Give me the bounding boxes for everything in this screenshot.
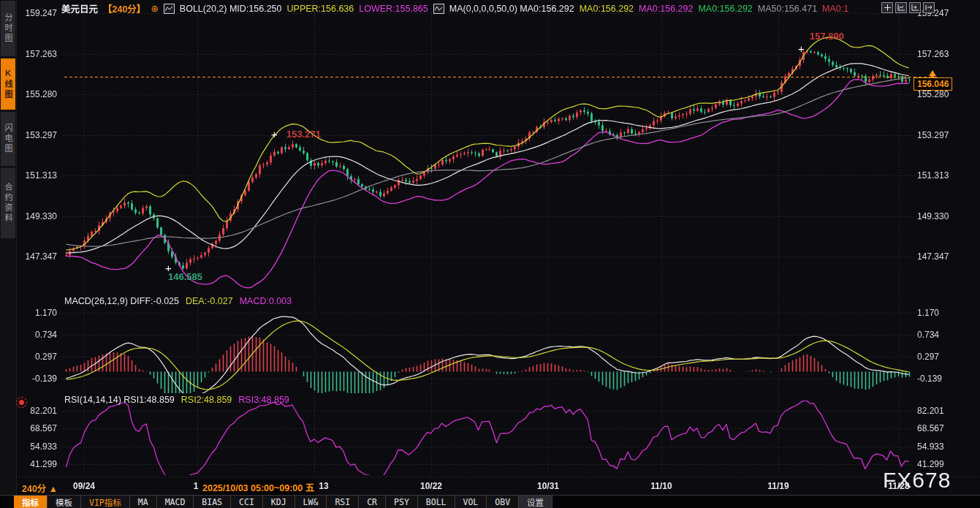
macd-header: MACD(26,12,9) DIFF:-0.025 DEA:-0.027 MAC… — [64, 296, 292, 306]
axis-scale-icon[interactable] — [895, 2, 907, 13]
price-extreme-annotation: 157.890 — [810, 31, 844, 42]
rsi-header: RSI(14,14,14) RSI1:48.859 RSI2:48.859 RS… — [64, 395, 289, 405]
macd-tick-label: 1.170 — [917, 308, 939, 318]
macd-tick-label: 0.734 — [12, 330, 57, 340]
macd-tick-label: 0.734 — [917, 330, 939, 340]
rsi-tick-label: 68.567 — [917, 423, 944, 433]
toolbar-item-8[interactable]: LW& — [295, 496, 327, 508]
macd-dea-value: DEA:-0.027 — [186, 296, 233, 306]
ma-green-value: MA0:156.292 — [698, 4, 752, 14]
chart-tools — [881, 2, 935, 13]
ma-indicator-icon — [433, 4, 444, 14]
price-tick-label: 151.313 — [917, 170, 949, 181]
price-tick-label: 147.347 — [917, 251, 949, 262]
price-tick-label: 153.297 — [917, 130, 949, 140]
price-tick-label: 157.263 — [917, 49, 949, 59]
period-label: 【240分】 — [103, 1, 145, 15]
x-axis-label: 13 — [319, 481, 328, 491]
ma-value: MA(0,0,0,0,50,0) MA0:156.292 — [449, 4, 574, 14]
ma-magenta-value: MA0:156.292 — [639, 4, 693, 14]
toolbar-item-3[interactable]: MA — [130, 496, 157, 508]
rsi-tick-label: 54.933 — [917, 441, 944, 452]
toolbar-item-7[interactable]: KDJ — [263, 496, 295, 508]
x-axis-label: 1 — [194, 481, 199, 491]
rsi2-value: RSI2:48.859 — [181, 395, 232, 405]
price-extreme-annotation: 153.271 — [286, 129, 321, 140]
extreme-cross-marker: + — [165, 265, 172, 272]
price-tick-label: 153.297 — [12, 130, 57, 140]
toolbar-item-9[interactable]: RSI — [327, 496, 359, 508]
toolbar-item-2[interactable]: VIP指标 — [81, 496, 130, 508]
extreme-cross-marker: + — [271, 131, 278, 138]
toolbar-item-6[interactable]: CCI — [231, 496, 263, 508]
toolbar-item-0[interactable]: 指标 — [14, 496, 48, 508]
price-tick-label: 149.330 — [917, 211, 949, 221]
timeframe-label[interactable]: 240分 ▲ — [22, 481, 58, 495]
boll-indicator-icon — [164, 4, 175, 14]
x-axis-label: 09/24 — [73, 481, 95, 491]
indicator-toolbar: 指标模板VIP指标MAMACDBIASCCIKDJLW&RSICRPSYBOLL… — [0, 495, 980, 508]
boll-lower-value: LOWER:155.865 — [359, 4, 428, 14]
recording-indicator-icon — [16, 397, 27, 408]
x-axis-label: 10/22 — [420, 481, 442, 491]
extreme-cross-marker: + — [798, 45, 805, 53]
price-tick-label: 157.263 — [12, 49, 57, 59]
rsi3-value: RSI3:48.859 — [238, 395, 289, 405]
macd-tick-label: 0.297 — [917, 352, 939, 362]
trading-app: 美元日元 【240分】 ⊕ BOLL(20,2) MID:156.250 UPP… — [0, 0, 980, 508]
x-axis-label: 10/31 — [537, 481, 559, 491]
ma-yellow-value: MA0:156.292 — [580, 4, 634, 14]
macd-tick-label: 1.170 — [12, 308, 57, 318]
price-tick-label: 149.330 — [12, 211, 57, 221]
axis-pan-icon[interactable] — [909, 2, 921, 13]
toolbar-item-4[interactable]: MACD — [157, 496, 194, 508]
macd-tick-label: 0.297 — [12, 352, 57, 362]
toolbar-item-12[interactable]: BOLL — [418, 496, 455, 508]
indicator-header: 美元日元 【240分】 ⊕ BOLL(20,2) MID:156.250 UPP… — [61, 2, 848, 15]
x-axis-label: 11/10 — [650, 481, 672, 491]
toolbar-item-15[interactable]: 设置 — [519, 496, 552, 508]
toolbar-item-10[interactable]: CR — [359, 496, 386, 508]
crosshair-date-tooltip: 2025/10/03 05:00~09:00 五 — [200, 479, 316, 495]
macd-diff-value: MACD(26,12,9) DIFF:-0.025 — [64, 296, 179, 306]
ma50-value: MA50:156.471 — [758, 4, 817, 14]
toolbar-item-13[interactable]: VOL — [455, 496, 487, 508]
chart-canvas[interactable] — [0, 0, 980, 508]
toolbar-item-14[interactable]: OBV — [487, 496, 519, 508]
fx678-watermark: FX678 — [883, 468, 951, 493]
macd-value: MACD:0.003 — [240, 296, 292, 306]
symbol-name: 美元日元 — [61, 1, 98, 15]
rsi-tick-label: 54.933 — [12, 441, 57, 452]
crosshair-icon[interactable] — [881, 2, 893, 13]
macd-tick-label: -0.139 — [917, 374, 942, 384]
toolbar-item-1[interactable]: 模板 — [48, 496, 81, 508]
price-tick-label: 159.247 — [12, 8, 57, 18]
current-price-tag: 156.046 — [913, 77, 952, 91]
price-tick-label: 147.347 — [12, 251, 57, 262]
boll-value: BOLL(20,2) MID:156.250 — [180, 4, 282, 14]
boll-upper-value: UPPER:156.636 — [287, 4, 354, 14]
price-tick-label: 155.280 — [12, 89, 57, 99]
export-icon[interactable] — [923, 2, 935, 13]
macd-tick-label: -0.139 — [12, 374, 57, 384]
rsi1-value: RSI(14,14,14) RSI1:48.859 — [64, 395, 175, 405]
price-tick-label: 155.280 — [917, 89, 949, 99]
ma-red-value: MA0:1 — [822, 4, 848, 14]
toolbar-item-5[interactable]: BIAS — [194, 496, 231, 508]
price-extreme-annotation: 146.585 — [168, 271, 202, 282]
rsi-tick-label: 41.299 — [12, 459, 57, 469]
toolbar-item-11[interactable]: PSY — [386, 496, 418, 508]
rsi-tick-label: 68.567 — [12, 423, 57, 433]
price-tick-label: 151.313 — [12, 170, 57, 181]
rsi-tick-label: 82.201 — [917, 406, 944, 416]
x-axis-label: 11/19 — [767, 481, 789, 491]
add-indicator-icon[interactable]: ⊕ — [151, 3, 158, 14]
